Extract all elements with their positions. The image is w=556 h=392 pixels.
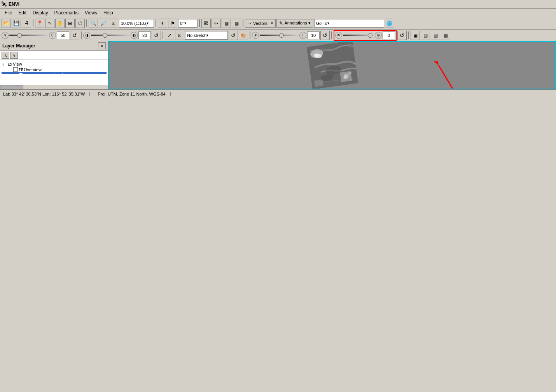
refresh-btn5[interactable] xyxy=(397,31,407,40)
open-button[interactable] xyxy=(2,19,11,28)
layer-down-btn[interactable]: ∨ xyxy=(10,52,18,59)
view-expand[interactable]: ▿ xyxy=(2,62,7,66)
projection-text: Proj: UTM, Zone 11 North, WGS-84 xyxy=(98,92,165,96)
select-button[interactable] xyxy=(45,19,54,28)
moon-right-btn[interactable]: ☾ xyxy=(299,32,306,39)
refresh-btn2[interactable] xyxy=(152,31,161,40)
separator-t2-4 xyxy=(331,31,332,39)
expand-icon xyxy=(168,33,171,38)
sun-icon-btn[interactable]: ☀ xyxy=(2,32,9,39)
annotations-label: Annotations ▾ xyxy=(284,21,310,26)
separator5 xyxy=(243,19,243,27)
pane2-button[interactable] xyxy=(421,31,430,40)
brightness-input-right[interactable] xyxy=(307,31,320,39)
menu-bar: File Edit Display Placemarks Views Help xyxy=(0,9,556,17)
roi-button[interactable] xyxy=(75,19,85,28)
eye-right-btn[interactable]: ⊙ xyxy=(375,32,382,39)
print-button[interactable] xyxy=(22,19,31,28)
grid-button[interactable]: ▦ xyxy=(232,19,241,28)
contrast-light-btn[interactable]: ◐ xyxy=(131,32,138,39)
layer-panel-toolbar: ∧ ∨ xyxy=(0,51,108,60)
eye-left-btn[interactable]: 👁 xyxy=(335,32,342,39)
link-button[interactable] xyxy=(201,19,211,28)
menu-views[interactable]: Views xyxy=(82,9,100,16)
zoom-out-button[interactable] xyxy=(99,19,108,28)
expand-btn[interactable] xyxy=(165,31,174,40)
stretch-dropdown[interactable]: No stretch xyxy=(185,31,228,40)
eye-left-icon: 👁 xyxy=(337,33,341,37)
overview-checkbox[interactable] xyxy=(13,67,18,72)
zoom-rect-button[interactable]: ⊡ xyxy=(109,19,118,28)
content-wrapper: Layer Manager « ∧ ∨ ▿ 🗂 View 🗺 Overview xyxy=(0,41,556,89)
contrast-icon: ◑ xyxy=(85,33,89,37)
overview-tree-item[interactable]: 🗺 Overview xyxy=(2,67,107,72)
fly-button[interactable] xyxy=(158,19,167,28)
vectors-button[interactable]: 〰 Vectors - xyxy=(245,19,276,28)
chip-icon xyxy=(224,21,229,26)
app-title: ENVI xyxy=(9,2,19,7)
separator-t2-3 xyxy=(250,31,250,39)
brightness-slider-left[interactable] xyxy=(9,35,48,36)
brightness-input-left[interactable] xyxy=(57,31,69,39)
map-view[interactable]: 调节，可查看变化 xyxy=(109,41,556,89)
open-icon xyxy=(3,20,9,26)
menu-file[interactable]: File xyxy=(2,9,15,16)
contrast-dark-btn[interactable]: ◑ xyxy=(83,32,90,39)
globe-button[interactable] xyxy=(385,19,394,28)
contrast-slider[interactable] xyxy=(91,35,130,36)
layer-panel-collapse[interactable]: « xyxy=(98,42,106,49)
chip-button[interactable] xyxy=(222,19,231,28)
pan-button[interactable] xyxy=(55,19,65,28)
goto-dropdown[interactable]: Go To xyxy=(314,19,384,28)
pane3-button[interactable] xyxy=(431,31,440,40)
globe-icon xyxy=(386,21,392,26)
layer-empty-area xyxy=(0,74,108,85)
annotations-button[interactable]: Annotations ▾ xyxy=(276,19,313,28)
moon-icon: ☾ xyxy=(51,33,54,37)
map-svg xyxy=(110,42,555,89)
layer-tree: ▿ 🗂 View 🗺 Overview ▷ 🖼 spot_pan_rpcorth… xyxy=(0,60,108,74)
refresh-btn3[interactable] xyxy=(229,31,238,40)
sync-icon: ⇔ xyxy=(214,21,218,26)
sun-icon: ☀ xyxy=(3,33,7,37)
layer-scrollbar[interactable] xyxy=(0,85,108,89)
refresh-icon4 xyxy=(323,32,327,38)
svg-rect-9 xyxy=(314,79,323,87)
opacity-slider[interactable] xyxy=(343,35,374,36)
fit-icon xyxy=(178,33,182,38)
pane1-button[interactable] xyxy=(411,31,420,40)
sync-button[interactable]: ⇔ xyxy=(212,19,221,28)
refresh-btn4[interactable] xyxy=(320,31,330,40)
zoom-in-icon xyxy=(91,21,96,26)
opacity-input[interactable] xyxy=(383,31,395,39)
zoom-in-button[interactable] xyxy=(89,19,98,28)
contrast-input[interactable] xyxy=(138,31,151,39)
layer-button[interactable] xyxy=(65,19,75,28)
layer-panel: Layer Manager « ∧ ∨ ▿ 🗂 View 🗺 Overview xyxy=(0,41,109,89)
fly-icon xyxy=(161,21,164,26)
moon-icon-btn[interactable]: ☾ xyxy=(49,32,56,39)
brightness-slider-right[interactable] xyxy=(260,35,299,36)
menu-display[interactable]: Display xyxy=(30,9,51,16)
sun-right-btn[interactable]: ☀ xyxy=(252,32,259,39)
status-projection: Proj: UTM, Zone 11 North, WGS-84 xyxy=(98,92,170,96)
pin-button[interactable] xyxy=(35,19,44,28)
save-icon xyxy=(13,20,19,26)
layer-up-btn[interactable]: ∧ xyxy=(2,52,9,59)
link-icon xyxy=(204,21,208,26)
refresh-btn1[interactable] xyxy=(70,31,79,40)
layer-panel-title: Layer Manager xyxy=(2,43,35,49)
pane4-button[interactable] xyxy=(441,31,450,40)
zoom-out-icon xyxy=(101,21,107,26)
save-button[interactable] xyxy=(12,19,21,28)
separator2 xyxy=(86,19,87,27)
color-btn[interactable] xyxy=(239,31,248,40)
fit-btn[interactable] xyxy=(175,31,184,40)
highlight-slider-box: 👁 ⊙ xyxy=(334,30,397,41)
menu-placemarks[interactable]: Placemarks xyxy=(51,9,82,16)
bookmark-button[interactable]: ⚑ xyxy=(168,19,177,28)
menu-edit[interactable]: Edit xyxy=(15,9,30,16)
zoom-dropdown[interactable]: 10.0% (1:10.( xyxy=(119,19,154,28)
rotate-dropdown[interactable]: 0° xyxy=(178,19,198,28)
menu-help[interactable]: Help xyxy=(100,9,116,16)
